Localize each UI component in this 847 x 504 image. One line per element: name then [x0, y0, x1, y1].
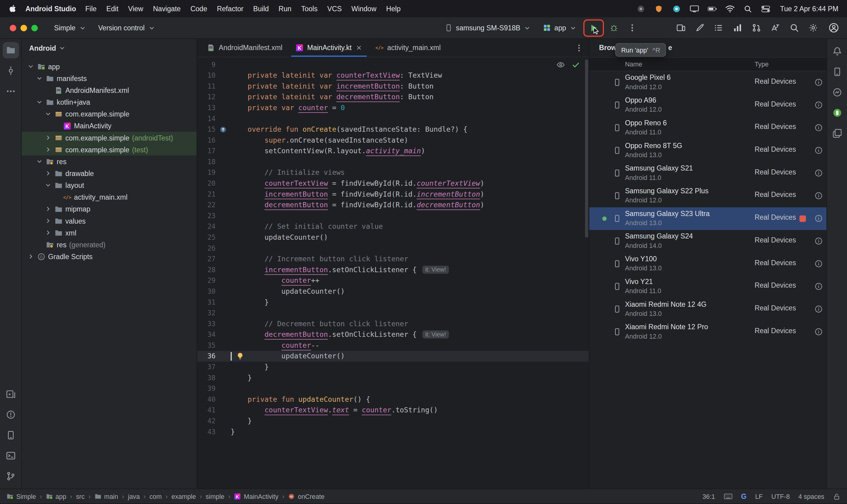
problems-button[interactable]	[2, 407, 19, 423]
info-icon[interactable]	[814, 101, 823, 109]
tree-item-mipmap[interactable]: mipmap	[21, 203, 196, 215]
editor-tab-options[interactable]	[569, 39, 589, 57]
code-line-27[interactable]: 27 // Increment button click listener	[197, 254, 589, 265]
code-line-15[interactable]: 15 override fun onCreate(savedInstanceSt…	[197, 124, 589, 135]
chevron-down-icon[interactable]	[36, 98, 43, 106]
intention-bulb-icon[interactable]	[236, 352, 244, 360]
code-assist-icon[interactable]	[695, 23, 704, 33]
tab-androidmanifest-xml[interactable]: AndroidManifest.xml	[200, 39, 289, 57]
apple-menu-icon[interactable]	[8, 4, 17, 13]
code-line-38[interactable]: 38 }	[197, 373, 589, 383]
code-line-18[interactable]: 18	[197, 157, 589, 167]
code-line-21[interactable]: 21 incrementButton = findViewById(R.id.i…	[197, 189, 589, 200]
wifi-icon[interactable]	[726, 4, 735, 13]
menu-vcs[interactable]: VCS	[322, 4, 347, 13]
chevron-down-icon[interactable]	[36, 158, 43, 165]
caret-position[interactable]: 36:1	[703, 493, 715, 500]
more-run-actions-button[interactable]	[624, 20, 640, 36]
menubar-app-name[interactable]: Android Studio	[25, 4, 76, 13]
info-icon[interactable]	[814, 237, 823, 245]
chevron-down-icon[interactable]	[36, 75, 43, 82]
menu-run[interactable]: Run	[273, 4, 296, 13]
security-status-icon[interactable]	[654, 4, 663, 13]
info-icon[interactable]	[814, 260, 823, 268]
tree-item-app[interactable]: app	[21, 60, 196, 72]
menu-navigate[interactable]: Navigate	[148, 4, 186, 13]
device-selector[interactable]: samsung SM-S918B	[440, 21, 535, 34]
chevron-right-icon[interactable]	[27, 253, 35, 260]
code-line-42[interactable]: 42 }	[197, 416, 589, 427]
code-line-19[interactable]: 19 // Initialize views	[197, 167, 589, 178]
breadcrumb-com[interactable]: com	[149, 493, 161, 500]
device-row-samsung-galaxy-s21[interactable]: Samsung Galaxy S21Android 11.0Real Devic…	[589, 162, 826, 185]
breadcrumb-example[interactable]: example	[172, 493, 196, 500]
code-line-39[interactable]: 39	[197, 383, 589, 394]
info-icon[interactable]	[814, 192, 823, 200]
commit-button[interactable]	[2, 62, 19, 78]
tree-item-res-generated[interactable]: res(generated)	[21, 238, 196, 250]
screen-recording-icon[interactable]	[636, 4, 646, 13]
menu-refactor[interactable]: Refactor	[212, 4, 248, 13]
info-icon[interactable]	[814, 283, 823, 291]
project-view-header[interactable]: Android	[21, 39, 196, 57]
project-button[interactable]	[2, 42, 19, 58]
device-mirroring-icon[interactable]	[676, 23, 686, 33]
editor-scrollbar[interactable]	[585, 59, 588, 238]
code-line-37[interactable]: 37 }	[197, 362, 589, 373]
device-explorer-button[interactable]	[829, 64, 845, 80]
code-line-41[interactable]: 41 counterTextView.text = counter.toStri…	[197, 405, 589, 416]
device-row-samsung-galaxy-s22-plus[interactable]: Samsung Galaxy S22 PlusAndroid 12.0Real …	[589, 185, 826, 208]
tree-item-gradle-scripts[interactable]: GGradle Scripts	[21, 251, 196, 263]
stop-button[interactable]	[799, 215, 806, 222]
code-line-10[interactable]: 10 private lateinit var counterTextView:…	[197, 70, 589, 81]
zoom-window-button[interactable]	[31, 24, 38, 31]
indent-style[interactable]: 4 spaces	[798, 493, 824, 500]
device-row-vivo-y100[interactable]: Vivo Y100Android 13.0Real Devices	[589, 253, 826, 275]
chevron-down-icon[interactable]	[27, 62, 35, 70]
info-icon[interactable]	[814, 214, 823, 222]
breadcrumb-java[interactable]: java	[128, 493, 140, 500]
app-quality-insights-button[interactable]	[829, 84, 845, 101]
menu-file[interactable]: File	[81, 4, 101, 13]
pull-requests-icon[interactable]	[752, 23, 761, 33]
spotlight-search-icon[interactable]	[743, 4, 752, 13]
breadcrumb-mainactivity[interactable]: KMainActivity	[234, 493, 278, 500]
chevron-right-icon[interactable]	[44, 134, 52, 141]
resource-manager-button[interactable]	[829, 125, 845, 141]
running-devices-button[interactable]	[2, 386, 19, 402]
reader-mode-icon[interactable]	[557, 60, 565, 69]
device-row-oppo-a96[interactable]: Oppo A96Android 12.0Real Devices	[589, 94, 826, 117]
code-line-34[interactable]: 34 decrementButton.setOnClickListener { …	[197, 329, 589, 340]
code-line-33[interactable]: 33 // Decrement button click listener	[197, 319, 589, 329]
tree-item-layout[interactable]: layout	[21, 179, 196, 191]
breadcrumb-app[interactable]: app	[46, 493, 67, 500]
code-line-35[interactable]: 35 counter--	[197, 340, 589, 351]
breadcrumb-simple[interactable]: Simple	[6, 493, 36, 500]
chevron-right-icon[interactable]	[44, 217, 52, 224]
code-line-13[interactable]: 13 private var counter = 0	[197, 103, 589, 113]
code-line-36[interactable]: 36 updateCounter()	[197, 351, 589, 362]
settings-icon[interactable]	[809, 23, 818, 33]
menu-view[interactable]: View	[123, 4, 148, 13]
chevron-right-icon[interactable]	[44, 146, 52, 153]
terminal-button[interactable]	[2, 448, 19, 464]
breadcrumb-main[interactable]: main	[94, 493, 118, 500]
column-header-name[interactable]: Name	[625, 60, 642, 68]
code-line-40[interactable]: 40 private fun updateCounter() {	[197, 394, 589, 405]
vcs-widget[interactable]: Version control	[94, 21, 160, 34]
code-line-22[interactable]: 22 decrementButton = findViewById(R.id.d…	[197, 200, 589, 211]
info-icon[interactable]	[814, 124, 823, 132]
menu-code[interactable]: Code	[186, 4, 212, 13]
tree-item-values[interactable]: values	[21, 215, 196, 227]
info-icon[interactable]	[814, 169, 823, 177]
code-line-16[interactable]: 16 super.onCreate(savedInstanceState)	[197, 135, 589, 146]
info-icon[interactable]	[814, 78, 823, 87]
emulator-button[interactable]	[829, 105, 845, 121]
menu-edit[interactable]: Edit	[101, 4, 123, 13]
tree-item-kotlin-java[interactable]: kotlin+java	[21, 96, 196, 108]
info-icon[interactable]	[814, 328, 823, 336]
close-icon[interactable]	[355, 44, 363, 51]
device-row-samsung-galaxy-s23-ultra[interactable]: Samsung Galaxy S23 UltraAndroid 13.0Real…	[589, 207, 826, 230]
code-line-23[interactable]: 23	[197, 211, 589, 221]
more-tool-windows-button[interactable]	[2, 83, 19, 99]
